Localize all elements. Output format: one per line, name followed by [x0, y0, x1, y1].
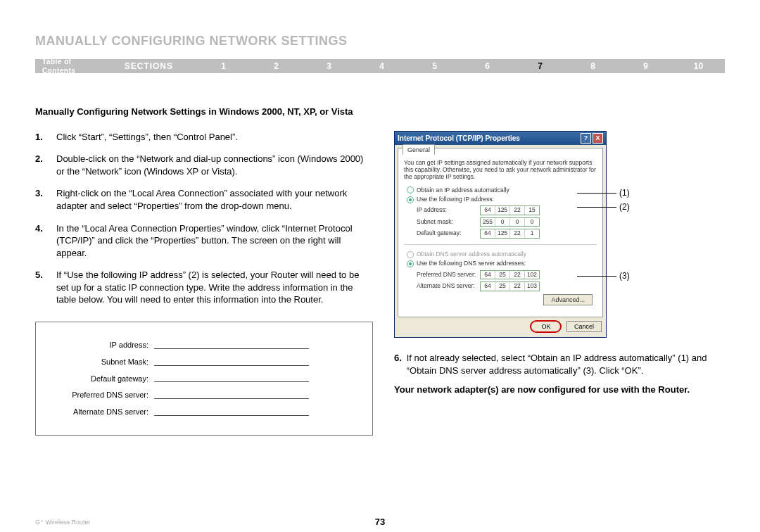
radio-label: Obtain an IP address automatically	[417, 186, 509, 194]
final-note: Your network adapter(s) are now configur…	[394, 384, 725, 396]
alt-dns-input[interactable]: 642522103	[480, 281, 540, 291]
table-blank	[154, 391, 309, 399]
section-8[interactable]: 8	[566, 61, 619, 72]
table-blank	[154, 358, 309, 366]
callout-2: (2)	[619, 201, 630, 213]
step-num: 6.	[394, 352, 407, 376]
table-label: Preferred DNS server:	[64, 390, 148, 400]
section-10[interactable]: 10	[672, 61, 725, 72]
step-text: If “Use the following IP address” (2) is…	[56, 269, 373, 306]
step-text: Double-click on the “Network and dial-up…	[56, 153, 373, 177]
step-num: 5.	[35, 269, 56, 306]
ip-input[interactable]: 641252215	[480, 205, 540, 215]
field-label: IP address:	[417, 206, 480, 214]
subnet-input[interactable]: 255000	[480, 217, 540, 227]
section-9[interactable]: 9	[619, 61, 672, 72]
section-5[interactable]: 5	[408, 61, 461, 72]
subheading: Manually Configuring Network Settings in…	[35, 106, 725, 118]
product-label: G⁺ Wireless Router	[35, 518, 91, 526]
field-label: Default gateway:	[417, 229, 480, 237]
table-label: Default gateway:	[64, 374, 148, 384]
table-blank	[154, 374, 309, 382]
help-icon[interactable]: ?	[581, 133, 591, 144]
step-6: 6. If not already selected, select “Obta…	[394, 352, 725, 376]
radio-use-ip[interactable]	[407, 196, 414, 203]
step-text: If not already selected, select “Obtain …	[407, 352, 725, 376]
tcpip-properties-dialog: Internet Protocol (TCP/IP) Properties ? …	[394, 131, 607, 338]
ok-button[interactable]: OK	[530, 320, 562, 333]
pref-dns-input[interactable]: 642522102	[480, 270, 540, 279]
field-label: Subnet mask:	[417, 218, 480, 226]
radio-label: Use the following IP address:	[417, 196, 494, 203]
info-table: IP address: Subnet Mask: Default gateway…	[35, 322, 373, 436]
page-footer: G⁺ Wireless Router 73	[35, 518, 725, 526]
step-num: 3.	[35, 187, 56, 212]
radio-use-dns[interactable]	[407, 260, 414, 267]
step-text: In the “Local Area Connection Properties…	[56, 222, 373, 260]
steps-list: 1. Click “Start”, “Settings”, then “Cont…	[35, 131, 373, 306]
section-navbar: Table of Contents SECTIONS 1 2 3 4 5 6 7…	[35, 59, 725, 73]
toc-link[interactable]: Table of Contents	[42, 57, 105, 76]
radio-obtain-ip[interactable]	[407, 186, 414, 194]
cancel-button[interactable]: Cancel	[566, 321, 602, 332]
dialog-description: You can get IP settings assigned automat…	[404, 159, 597, 181]
section-2[interactable]: 2	[250, 61, 303, 72]
table-label: Alternate DNS server:	[64, 407, 148, 417]
section-4[interactable]: 4	[355, 61, 408, 72]
callout-3: (3)	[619, 270, 630, 281]
sections-label: SECTIONS	[125, 61, 173, 72]
step-num: 4.	[35, 222, 56, 260]
step-text: Right-click on the “Local Area Connectio…	[56, 187, 373, 212]
radio-label: Obtain DNS server address automatically	[417, 251, 526, 258]
step-num: 1.	[35, 131, 56, 144]
table-label: Subnet Mask:	[64, 357, 148, 367]
radio-label: Use the following DNS server addresses:	[417, 260, 526, 267]
callout-1: (1)	[619, 187, 630, 198]
tab-general[interactable]: General	[403, 144, 435, 155]
section-7[interactable]: 7	[514, 61, 566, 72]
close-icon[interactable]: X	[593, 133, 603, 144]
section-1[interactable]: 1	[197, 61, 250, 72]
field-label: Alternate DNS server:	[417, 282, 480, 290]
radio-obtain-dns	[407, 251, 414, 258]
section-3[interactable]: 3	[303, 61, 355, 72]
section-6[interactable]: 6	[461, 61, 514, 72]
dialog-title: Internet Protocol (TCP/IP) Properties	[398, 134, 520, 144]
field-label: Preferred DNS server:	[417, 271, 480, 279]
step-num: 2.	[35, 153, 56, 177]
table-blank	[154, 408, 309, 416]
advanced-button[interactable]: Advanced...	[543, 294, 593, 305]
gateway-input[interactable]: 64125221	[480, 229, 540, 238]
page-title: MANUALLY CONFIGURING NETWORK SETTINGS	[35, 32, 725, 49]
page-number: 73	[375, 516, 385, 528]
table-blank	[154, 341, 309, 349]
step-text: Click “Start”, “Settings”, then “Control…	[56, 131, 373, 144]
table-label: IP address:	[64, 340, 148, 350]
